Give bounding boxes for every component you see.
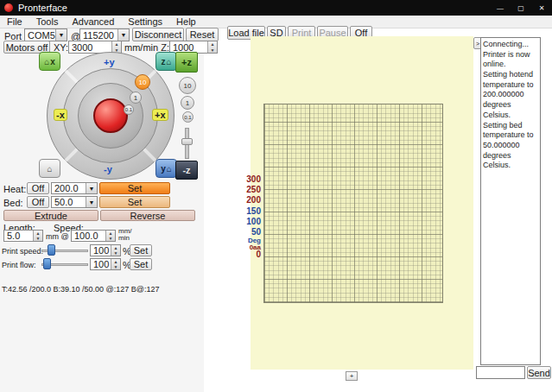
bed-temp-select[interactable]: 50.0 ▼ (51, 196, 98, 208)
send-button[interactable]: Send (527, 366, 551, 379)
print-flow-slider[interactable] (41, 258, 88, 270)
print-speed-set-button[interactable]: Set (130, 244, 152, 256)
jog-y-minus-button[interactable]: -y (104, 164, 112, 174)
menu-tools[interactable]: Tools (29, 16, 66, 28)
menu-file[interactable]: File (0, 16, 29, 28)
jog-z-minus-button[interactable]: -z (175, 161, 198, 180)
temperature-status-text: T:42.56 /200.0 B:39.10 /50.00 @:127 B@:1… (2, 285, 159, 294)
print-speed-input[interactable]: 100 ▲▼ (90, 244, 121, 256)
minimize-icon[interactable]: — (490, 0, 511, 16)
window-title: Pronterface (18, 3, 67, 13)
home-icon: ⌂ (166, 57, 171, 66)
mm-at-label: mm @ (46, 232, 69, 241)
print-speed-slider[interactable] (41, 244, 88, 256)
bed-set-button[interactable]: Set (99, 196, 170, 208)
jog-step-0-1[interactable]: 0.1 (124, 104, 134, 115)
temperature-gauge: 300 250 200 150 100 50 Deg 0aa 0 (237, 175, 261, 260)
pronterface-window: Pronterface — ▢ ✕ File Tools Advanced Se… (0, 0, 552, 392)
heat-off-button[interactable]: Off (27, 182, 49, 194)
spinner-arrows-icon[interactable]: ▲▼ (111, 259, 120, 269)
jog-y-plus-button[interactable]: +y (104, 57, 115, 67)
gauge-tick: 200 (246, 196, 261, 205)
extrude-button[interactable]: Extrude (3, 210, 98, 221)
gauge-tick: 150 (246, 207, 261, 216)
dropdown-arrow-icon: ▼ (55, 29, 67, 41)
dropdown-arrow-icon: ▼ (117, 29, 129, 41)
extrude-speed-input[interactable]: 100.0 ▲▼ (71, 230, 116, 242)
menu-help[interactable]: Help (169, 16, 203, 28)
home-x-button[interactable]: ⌂ x (39, 52, 60, 71)
disconnect-button[interactable]: Disconnect (132, 28, 184, 41)
reverse-button[interactable]: Reverse (100, 210, 195, 221)
heat-label: Heat: (3, 184, 26, 194)
home-icon: ⌂ (47, 164, 52, 174)
z-slider-handle[interactable] (181, 138, 193, 145)
z-step-0-1[interactable]: 0.1 (182, 111, 194, 123)
home-icon: ⌂ (44, 57, 49, 66)
build-plate-viewport[interactable]: + (251, 36, 473, 370)
print-flow-input[interactable]: 100 ▲▼ (90, 258, 121, 270)
gauge-tick: 100 (246, 218, 261, 226)
unit-min-label: min (118, 234, 130, 242)
menu-advanced[interactable]: Advanced (65, 16, 121, 28)
z-step-10[interactable]: 10 (179, 77, 196, 94)
console-log[interactable]: Connecting... Printer is now online. Set… (480, 37, 541, 365)
print-speed-label: Print speed: (2, 247, 43, 256)
close-icon[interactable]: ✕ (531, 0, 552, 16)
viewport-expand-button[interactable]: + (346, 371, 358, 381)
home-icon: ⌂ (167, 164, 172, 174)
home-all-button[interactable]: ⌂ (39, 159, 60, 178)
jog-x-minus-button[interactable]: -x (54, 109, 67, 121)
length-input[interactable]: 5.0 ▲▼ (3, 230, 43, 242)
title-bar[interactable]: Pronterface — ▢ ✕ (0, 0, 552, 16)
heat-set-button[interactable]: Set (99, 182, 170, 194)
jog-step-10[interactable]: 10 (135, 74, 150, 90)
gauge-tick: 250 (246, 186, 261, 194)
print-flow-set-button[interactable]: Set (130, 258, 152, 270)
home-z-button[interactable]: z ⌂ (155, 52, 177, 71)
maximize-icon[interactable]: ▢ (511, 0, 531, 16)
print-flow-label: Print flow: (2, 261, 36, 269)
port-select[interactable]: COM5 ▼ (24, 28, 67, 41)
menu-settings[interactable]: Settings (121, 16, 169, 28)
jog-step-1[interactable]: 1 (130, 92, 142, 104)
z-step-1[interactable]: 1 (181, 96, 194, 110)
slider-thumb[interactable] (48, 244, 55, 256)
home-y-button[interactable]: y ⌂ (155, 159, 177, 178)
jog-x-plus-button[interactable]: +x (152, 109, 168, 121)
dropdown-arrow-icon: ▼ (86, 183, 97, 193)
spinner-arrows-icon[interactable]: ▲▼ (111, 245, 120, 256)
jog-z-plus-button[interactable]: +z (175, 52, 198, 73)
spinner-arrows-icon[interactable]: ▲▼ (105, 231, 115, 241)
jog-center-button[interactable] (93, 98, 128, 133)
gauge-tick: 0 (256, 250, 261, 259)
bed-label: Bed: (3, 198, 23, 208)
bed-off-button[interactable]: Off (27, 196, 49, 208)
baud-select[interactable]: 115200 ▼ (79, 28, 130, 41)
slider-thumb[interactable] (43, 258, 51, 269)
reset-button[interactable]: Reset (186, 28, 219, 41)
heat-temp-select[interactable]: 200.0 ▼ (51, 182, 98, 194)
gauge-tick: 300 (246, 175, 261, 184)
gauge-tick: 50 (251, 228, 261, 237)
spinner-arrows-icon[interactable]: ▲▼ (207, 41, 217, 53)
dropdown-arrow-icon: ▼ (86, 197, 97, 207)
app-icon (4, 3, 13, 12)
build-plate-grid[interactable] (263, 104, 443, 303)
spinner-arrows-icon[interactable]: ▲▼ (33, 231, 42, 241)
command-input[interactable] (476, 366, 525, 379)
